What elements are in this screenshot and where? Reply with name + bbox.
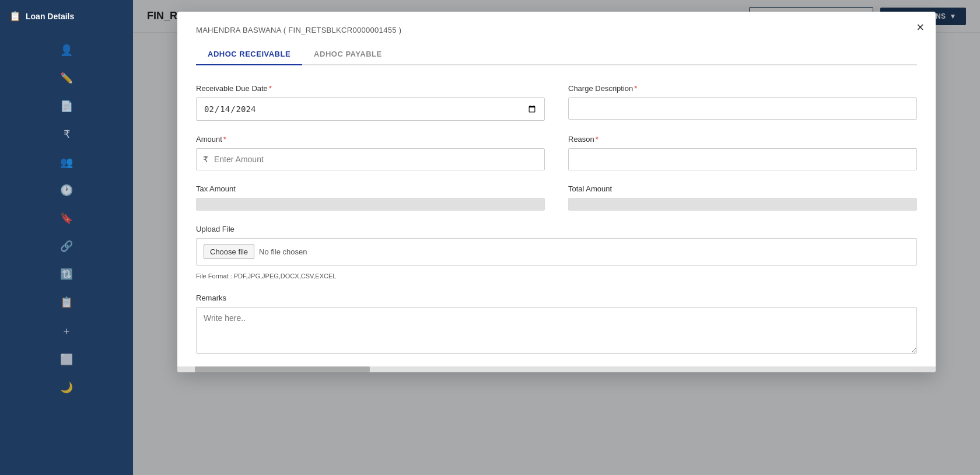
sidebar-item-group[interactable]: 👥 — [0, 149, 133, 176]
sidebar-loan-icon: 📋 — [9, 11, 21, 22]
sidebar-item-clipboard[interactable]: 📋 — [0, 289, 133, 316]
amount-label: Amount* — [196, 135, 545, 144]
sidebar-item-link[interactable]: 🔗 — [0, 233, 133, 260]
receivable-due-date-label: Receivable Due Date* — [196, 84, 545, 93]
sidebar-nav: 👤 ✏️ 📄 ₹ 👥 🕐 🔖 🔗 🔃 📋 ＋ ⬜ 🌙 — [0, 32, 133, 406]
tax-amount-display — [196, 198, 545, 211]
remarks-label: Remarks — [196, 294, 917, 302]
sidebar-item-moon[interactable]: 🌙 — [0, 374, 133, 401]
sidebar-item-clock[interactable]: 🕐 — [0, 177, 133, 204]
close-button[interactable]: × — [916, 21, 924, 34]
total-amount-label: Total Amount — [568, 184, 917, 193]
sidebar: 📋 Loan Details 👤 ✏️ 📄 ₹ 👥 🕐 🔖 🔗 🔃 📋 ＋ ⬜ … — [0, 0, 133, 475]
receivable-due-date-input[interactable] — [196, 97, 545, 121]
amount-group: Amount* ₹ — [196, 135, 545, 170]
main-area: FIN_RETSBLKCR0000001455 DOWNLOAD DELIVER… — [133, 0, 980, 475]
sidebar-item-plus[interactable]: ＋ — [0, 317, 133, 345]
reason-input[interactable] — [568, 148, 917, 170]
reason-group: Reason* — [568, 135, 917, 170]
sidebar-item-edit[interactable]: ✏️ — [0, 65, 133, 92]
file-chosen-text: No file chosen — [259, 247, 307, 256]
amount-wrapper: ₹ — [196, 148, 545, 170]
modal-user-title: MAHENDRA BASWANA ( FIN_RETSBLKCR00000014… — [196, 26, 917, 34]
tab-adhoc-receivable[interactable]: ADHOC RECEIVABLE — [196, 44, 302, 65]
file-upload-wrapper: Choose file No file chosen — [196, 238, 917, 266]
sidebar-item-document[interactable]: 📄 — [0, 93, 133, 120]
reason-label: Reason* — [568, 135, 917, 144]
currency-symbol: ₹ — [203, 155, 208, 164]
tabs: ADHOC RECEIVABLE ADHOC PAYABLE — [196, 44, 917, 65]
sidebar-item-user[interactable]: 👤 — [0, 37, 133, 64]
sidebar-header: 📋 Loan Details — [0, 0, 133, 32]
form-grid: Receivable Due Date* Charge Description* — [196, 84, 917, 354]
sidebar-item-tag[interactable]: 🔖 — [0, 205, 133, 232]
required-star-amount: * — [223, 135, 226, 144]
amount-input[interactable] — [196, 148, 545, 170]
total-amount-group: Total Amount — [568, 184, 917, 211]
charge-description-input[interactable] — [568, 97, 917, 120]
charge-description-group: Charge Description* — [568, 84, 917, 121]
file-format-hint: File Format : PDF,JPG,JPEG,DOCX,CSV,EXCE… — [196, 273, 917, 280]
modal-overlay: × MAHENDRA BASWANA ( FIN_RETSBLKCR000000… — [133, 0, 980, 475]
modal: × MAHENDRA BASWANA ( FIN_RETSBLKCR000000… — [177, 12, 936, 372]
charge-description-label: Charge Description* — [568, 84, 917, 93]
remarks-textarea[interactable] — [196, 307, 917, 354]
scrollbar-thumb — [195, 366, 370, 372]
sidebar-title: Loan Details — [26, 12, 74, 21]
sidebar-item-box[interactable]: ⬜ — [0, 346, 133, 373]
upload-file-group: Upload File Choose file No file chosen F… — [196, 225, 917, 280]
sidebar-item-rupee[interactable]: ₹ — [0, 121, 133, 148]
choose-file-button[interactable]: Choose file — [204, 245, 254, 259]
sidebar-item-refresh[interactable]: 🔃 — [0, 261, 133, 288]
modal-content: MAHENDRA BASWANA ( FIN_RETSBLKCR00000014… — [177, 12, 936, 372]
tax-amount-label: Tax Amount — [196, 184, 545, 193]
tax-amount-group: Tax Amount — [196, 184, 545, 211]
required-star-charge: * — [634, 84, 637, 93]
tab-adhoc-payable[interactable]: ADHOC PAYABLE — [302, 44, 394, 65]
upload-file-label: Upload File — [196, 225, 917, 233]
required-star-reason: * — [596, 135, 598, 144]
receivable-due-date-group: Receivable Due Date* — [196, 84, 545, 121]
horizontal-scrollbar[interactable] — [177, 366, 936, 372]
total-amount-display — [568, 198, 917, 211]
required-star: * — [269, 84, 272, 93]
remarks-group: Remarks — [196, 294, 917, 354]
